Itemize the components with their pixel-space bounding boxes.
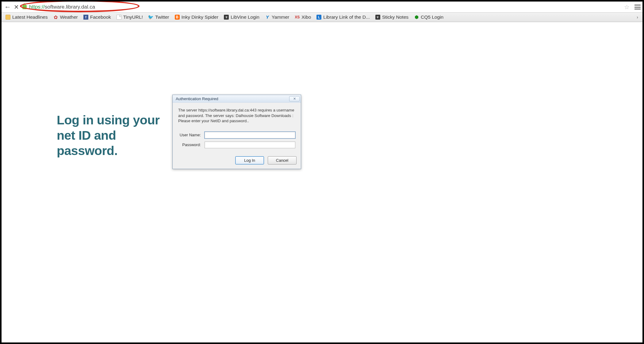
bookmark-libvine[interactable]: ♆LibVine Login bbox=[222, 14, 261, 21]
lock-icon bbox=[22, 5, 27, 9]
facebook-icon: f bbox=[83, 15, 88, 20]
bookmark-label: Latest Headlines bbox=[12, 14, 48, 20]
dialog-message: The server https://software.library.dal.… bbox=[178, 108, 295, 124]
username-row: User Name: bbox=[178, 132, 295, 138]
bookmark-library-link[interactable]: LLibrary Link of the D... bbox=[315, 14, 371, 21]
bookmark-label: Sticky Notes bbox=[382, 14, 408, 20]
password-label: Password: bbox=[178, 142, 205, 147]
back-button[interactable]: ← bbox=[3, 3, 12, 11]
instruction-text: Log in using your net ID and password. bbox=[57, 112, 167, 158]
bookmark-label: TinyURL! bbox=[123, 14, 143, 20]
auth-dialog: Authentication Required ✕ The server htt… bbox=[172, 95, 301, 169]
twitter-icon: 🐦 bbox=[148, 15, 153, 20]
url-text: https://software.library.dal.ca bbox=[29, 4, 95, 10]
page-content: Log in using your net ID and password. A… bbox=[2, 22, 642, 342]
shield-icon: ♆ bbox=[224, 15, 229, 20]
bookmark-tinyurl[interactable]: TinyURL! bbox=[115, 14, 144, 21]
leaf-icon: ✿ bbox=[53, 15, 58, 20]
bookmark-label: Weather bbox=[60, 14, 78, 20]
bookmark-yammer[interactable]: YYammer bbox=[263, 14, 291, 21]
stop-button[interactable]: ✕ bbox=[12, 3, 21, 11]
bookmark-facebook[interactable]: fFacebook bbox=[82, 14, 113, 21]
url-scheme: https:// bbox=[29, 4, 45, 10]
cube-icon: ⬢ bbox=[414, 15, 419, 20]
yammer-icon: Y bbox=[265, 15, 270, 20]
password-row: Password: bbox=[178, 142, 295, 148]
bookmark-label: Inky Dinky Spider bbox=[182, 14, 219, 20]
cancel-button[interactable]: Cancel bbox=[268, 156, 297, 164]
bookmarks-overflow-icon[interactable]: › bbox=[637, 15, 640, 20]
bookmarks-bar: Latest Headlines ✿Weather fFacebook Tiny… bbox=[2, 12, 642, 22]
hamburger-menu-icon[interactable] bbox=[634, 5, 641, 9]
url-bar-row: ← ✕ https://software.library.dal.ca ☆ bbox=[2, 2, 642, 12]
shield-icon: ♆ bbox=[375, 15, 380, 20]
bookmark-label: Library Link of the D... bbox=[323, 14, 370, 20]
bookmark-cq5[interactable]: ⬢CQ5 Login bbox=[412, 14, 445, 21]
bookmark-label: Twitter bbox=[155, 14, 169, 20]
bookmark-star-icon[interactable]: ☆ bbox=[624, 3, 630, 11]
bookmark-latest-headlines[interactable]: Latest Headlines bbox=[4, 14, 49, 21]
dialog-title-bar: Authentication Required ✕ bbox=[173, 95, 301, 103]
address-bar[interactable]: https://software.library.dal.ca bbox=[21, 3, 641, 11]
bookmark-label: Yammer bbox=[272, 14, 289, 20]
bookmark-twitter[interactable]: 🐦Twitter bbox=[147, 14, 171, 21]
bookmark-label: LibVine Login bbox=[231, 14, 259, 20]
bookmark-label: Facebook bbox=[90, 14, 111, 20]
username-input[interactable] bbox=[205, 132, 295, 138]
page-icon bbox=[117, 15, 121, 20]
bookmark-label: CQ5 Login bbox=[421, 14, 443, 20]
bookmark-weather[interactable]: ✿Weather bbox=[52, 14, 79, 21]
bookmark-label: Xibo bbox=[301, 14, 311, 20]
dialog-button-row: Log In Cancel bbox=[173, 153, 301, 169]
library-link-icon: L bbox=[316, 15, 321, 20]
blogger-icon: B bbox=[175, 15, 180, 20]
dialog-title: Authentication Required bbox=[176, 96, 218, 101]
url-host: software.library.dal.ca bbox=[45, 4, 95, 10]
dialog-body: The server https://software.library.dal.… bbox=[173, 103, 301, 153]
login-button[interactable]: Log In bbox=[235, 156, 264, 164]
bookmark-xibo[interactable]: XSXibo bbox=[293, 14, 312, 21]
bookmark-inky-dinky[interactable]: BInky Dinky Spider bbox=[173, 14, 220, 21]
username-label: User Name: bbox=[178, 133, 205, 137]
dialog-close-button[interactable]: ✕ bbox=[289, 96, 300, 101]
folder-icon bbox=[6, 15, 10, 20]
password-input[interactable] bbox=[205, 142, 295, 148]
bookmark-sticky-notes[interactable]: ♆Sticky Notes bbox=[374, 14, 410, 21]
xibo-icon: XS bbox=[295, 15, 300, 20]
